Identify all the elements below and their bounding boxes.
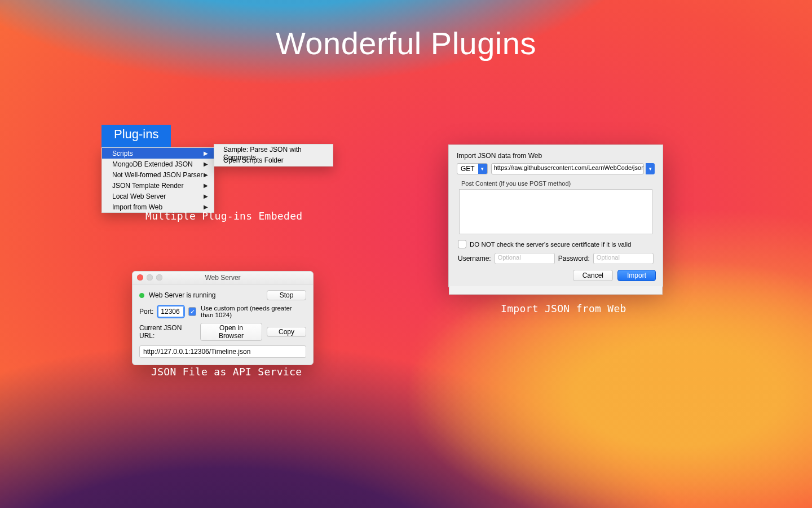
custom-port-label: Use custom port (needs greater than 1024… bbox=[201, 305, 306, 318]
submenu-arrow-icon: ▶ bbox=[204, 150, 208, 156]
http-method-value: GET bbox=[457, 165, 478, 173]
open-in-browser-button[interactable]: Open in Browser bbox=[200, 323, 262, 341]
username-input[interactable]: Optional bbox=[495, 253, 555, 264]
plugins-caption: Multiple Plug-ins Embeded bbox=[145, 210, 302, 222]
submenu-arrow-icon: ▶ bbox=[204, 172, 208, 178]
url-input[interactable]: https://raw.githubusercontent.com/LearnW… bbox=[491, 163, 644, 174]
import-dialog-title: Import JSON data from Web bbox=[449, 145, 663, 163]
skip-cert-checkbox[interactable] bbox=[458, 240, 466, 248]
username-label: Username: bbox=[458, 255, 491, 262]
submenu-arrow-icon: ▶ bbox=[204, 182, 208, 189]
menu-item-local-web-server[interactable]: Local Web Server ▶ bbox=[102, 191, 214, 202]
http-method-select[interactable]: GET ▾ bbox=[457, 163, 488, 174]
page-title: Wonderful Plugins bbox=[0, 25, 812, 62]
import-json-dialog: Import JSON data from Web GET ▾ https://… bbox=[448, 144, 663, 287]
close-icon[interactable] bbox=[137, 274, 143, 281]
window-title: Web Server bbox=[205, 274, 240, 282]
titlebar: Web Server bbox=[133, 271, 313, 284]
submenu-arrow-icon: ▶ bbox=[204, 193, 208, 199]
menu-item-mongodb[interactable]: MongoDB Extended JSON ▶ bbox=[102, 159, 214, 169]
menu-item-label: Not Well-formed JSON Parser bbox=[112, 171, 202, 179]
import-caption: Import JSON from Web bbox=[501, 303, 626, 314]
post-content-textarea[interactable] bbox=[459, 189, 652, 234]
post-content-label: Post Content (If you use POST method) bbox=[449, 178, 663, 189]
submenu-open-folder[interactable]: Open Scripts Folder bbox=[214, 155, 333, 166]
server-status-label: Web Server is running bbox=[149, 291, 216, 299]
url-history-dropdown-icon[interactable]: ▾ bbox=[646, 163, 655, 174]
web-server-window: Web Server Web Server is running Stop Po… bbox=[132, 271, 314, 365]
menu-item-label: MongoDB Extended JSON bbox=[112, 160, 193, 168]
menu-dropdown: Scripts ▶ MongoDB Extended JSON ▶ Not We… bbox=[102, 147, 214, 213]
zoom-icon bbox=[156, 274, 162, 281]
minimize-icon bbox=[147, 274, 153, 281]
menu-item-label: JSON Template Render bbox=[112, 182, 184, 190]
custom-port-checkbox[interactable]: ✓ bbox=[188, 307, 196, 316]
menu-item-not-well-formed[interactable]: Not Well-formed JSON Parser ▶ bbox=[102, 169, 214, 180]
current-url-field[interactable]: http://127.0.0.1:12306/Timeline.json bbox=[139, 345, 306, 358]
stop-button[interactable]: Stop bbox=[267, 290, 306, 300]
menu-item-label: Local Web Server bbox=[112, 192, 166, 200]
password-input[interactable]: Optional bbox=[593, 253, 654, 264]
submenu-sample-parse[interactable]: Sample: Parse JSON with Comments bbox=[214, 144, 333, 155]
status-running-icon bbox=[139, 293, 144, 298]
menu-header[interactable]: Plug-ins bbox=[102, 125, 171, 147]
port-label: Port: bbox=[139, 308, 153, 316]
password-label: Password: bbox=[558, 255, 590, 262]
submenu-arrow-icon: ▶ bbox=[204, 161, 208, 167]
webserver-caption: JSON File as API Service bbox=[151, 366, 302, 378]
copy-button[interactable]: Copy bbox=[267, 327, 306, 337]
import-button[interactable]: Import bbox=[617, 270, 656, 281]
scripts-submenu: Sample: Parse JSON with Comments Open Sc… bbox=[214, 144, 333, 167]
plugins-menu: Plug-ins Scripts ▶ MongoDB Extended JSON… bbox=[102, 125, 214, 213]
skip-cert-label: DO NOT check the server's secure certifi… bbox=[470, 241, 631, 248]
submenu-arrow-icon: ▶ bbox=[204, 204, 208, 210]
current-url-label: Current JSON URL: bbox=[139, 324, 196, 340]
port-input[interactable]: 12306 bbox=[158, 306, 184, 317]
menu-item-template-render[interactable]: JSON Template Render ▶ bbox=[102, 180, 214, 191]
menu-item-label: Scripts bbox=[112, 150, 133, 157]
menu-item-scripts[interactable]: Scripts ▶ bbox=[102, 148, 214, 159]
chevron-down-icon: ▾ bbox=[478, 164, 487, 174]
cancel-button[interactable]: Cancel bbox=[573, 270, 613, 281]
